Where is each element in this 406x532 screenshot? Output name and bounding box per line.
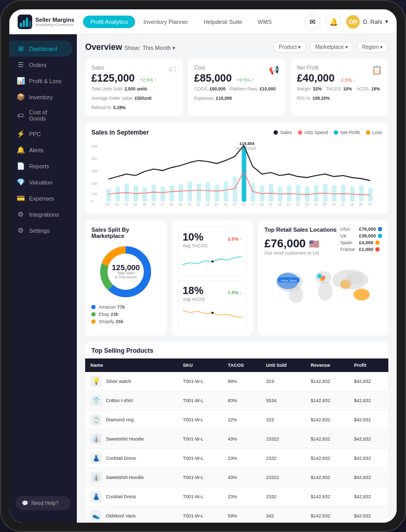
legend-dot-ads xyxy=(298,130,302,135)
svg-text:10K: 10K xyxy=(91,192,98,196)
cost-cogs: COGS: £60,000 xyxy=(194,86,226,91)
notification-button[interactable]: 🔔 xyxy=(326,14,341,30)
tablet-screen: Seller Margins Simplifying eCommerce Pro… xyxy=(9,9,397,523)
table-row: 👗 Cocktail Dress T001-W-L 23% 2332 $142,… xyxy=(85,449,388,468)
svg-rect-35 xyxy=(323,183,328,202)
sidebar-item-cost-of-goods[interactable]: 🏷 Cost of Goods xyxy=(9,105,73,126)
cell-sku: T001-W-L xyxy=(178,507,223,523)
col-revenue: Revenue xyxy=(306,358,349,372)
tab-wms[interactable]: WMS xyxy=(250,16,279,28)
cell-revenue: $142,832 xyxy=(306,372,349,391)
cell-tacos: 89% xyxy=(223,372,261,391)
chart-title: Sales in September xyxy=(91,129,149,136)
donut-legend: Amazon 77k Ebay 23k Shopify 25k xyxy=(91,304,160,324)
svg-text:20: 20 xyxy=(278,203,281,206)
profit-value: £40,000 xyxy=(297,73,334,83)
cell-revenue: $142,832 xyxy=(306,410,349,430)
product-name: Diamond ring xyxy=(106,417,134,422)
sidebar-label-expenses: Expenses xyxy=(29,195,54,202)
legend-dot-loss xyxy=(366,130,370,135)
svg-rect-3 xyxy=(26,18,28,27)
region-filter[interactable]: Region ▾ xyxy=(357,42,388,52)
acos-label: Avg ACOS xyxy=(183,297,242,302)
col-sku: SKU xyxy=(178,358,223,372)
sidebar-label-alerts: Alerts xyxy=(29,147,44,153)
cell-sku: T001-W-L xyxy=(178,391,223,410)
donut-label: Total SalesIn This Month xyxy=(112,271,140,280)
location-value-spain: £4,000 xyxy=(359,240,373,245)
tab-profit-analytics[interactable]: Profit Analytics xyxy=(83,16,135,28)
period-selector[interactable]: This Month ▾ xyxy=(143,45,175,51)
sidebar-item-alerts[interactable]: 🔔 Alerts xyxy=(9,142,73,158)
filter-chips: Product ▾ Marketplace ▾ Region ▾ xyxy=(273,42,388,52)
sidebar-item-reports[interactable]: 📄 Reports xyxy=(9,158,73,174)
sidebar-item-expenses[interactable]: 💳 Expenses xyxy=(9,190,73,206)
tacos-label: Avg TACOS xyxy=(183,243,242,248)
table-row: 💡 Silver watch T001-W-L 89% 323 $142,832… xyxy=(85,372,388,391)
map-value: £76,000 xyxy=(264,237,306,250)
legend-dot-sales xyxy=(274,130,278,135)
cell-name: 👗 Cocktail Dress xyxy=(85,487,178,507)
tacos-sparkline xyxy=(183,250,242,271)
col-tacos: TACOS xyxy=(223,358,261,372)
help-label: Need Help? xyxy=(31,500,59,506)
product-filter[interactable]: Product ▾ xyxy=(273,42,306,52)
product-icon: 👗 xyxy=(90,491,102,502)
svg-point-78 xyxy=(211,260,213,262)
sidebar-label-cost: Cost of Goods xyxy=(29,109,65,122)
legend-label-sales: Sales xyxy=(280,130,292,135)
cost-platform: Platform Fees: £10,000 xyxy=(230,86,276,91)
map-locations: USA £76,000 UK £39,000 xyxy=(340,227,382,252)
cell-units: 23322 xyxy=(261,468,305,487)
chevron-down-icon: ▾ xyxy=(385,18,388,25)
product-icon: 👔 xyxy=(90,472,102,483)
profit-margin: Margin: 32% xyxy=(297,86,322,91)
product-icon: 👟 xyxy=(90,510,102,522)
sales-chart-svg: 50K 40k 30K 20K 10K 0 xyxy=(91,140,382,208)
help-button[interactable]: 💬 Need Help? xyxy=(16,496,71,510)
map-panel: Top Retail Sales Locations £76,000 🇺🇸 Ou… xyxy=(258,220,388,336)
sidebar-item-dashboard[interactable]: ⊞ Dashboard xyxy=(9,41,73,57)
svg-rect-15 xyxy=(142,188,147,202)
sidebar-item-inventory[interactable]: 📦 Inventory xyxy=(9,89,73,105)
cell-units: 5534 xyxy=(261,391,305,410)
map-sub: Our most customers in US xyxy=(264,250,336,256)
sidebar-item-settings[interactable]: ⚙ Settings xyxy=(9,222,73,238)
cell-units: 2332 xyxy=(261,487,305,507)
cell-profit: $42,832 xyxy=(349,410,388,430)
tab-inventory-planner[interactable]: Inventory Planner xyxy=(136,16,195,28)
sidebar-label-integrations: Integrations xyxy=(29,211,59,218)
svg-text:02: 02 xyxy=(115,203,119,206)
sidebar-item-profit-loss[interactable]: 📊 Profit & Loss xyxy=(9,73,73,89)
profit-change: -1.5% ↓ xyxy=(340,77,356,83)
dashboard-icon: ⊞ xyxy=(17,45,25,52)
sidebar-item-integrations[interactable]: ⚙ Integrations xyxy=(9,206,73,222)
svg-text:27: 27 xyxy=(341,203,345,206)
cell-revenue: $142,832 xyxy=(306,507,349,523)
sidebar-item-valuation[interactable]: 💎 Valuation xyxy=(9,174,73,190)
tab-helpdesk-suite[interactable]: Helpdesk Suite xyxy=(196,16,249,28)
cell-profit: $42,832 xyxy=(349,430,388,449)
marketplace-filter[interactable]: Marketplace ▾ xyxy=(309,42,353,52)
svg-text:11: 11 xyxy=(197,203,200,206)
svg-point-85 xyxy=(354,289,370,301)
svg-rect-22 xyxy=(206,182,210,202)
sidebar-item-orders[interactable]: ☰ Orders xyxy=(9,57,73,73)
table-title: Top Selling Products xyxy=(85,342,388,358)
cell-revenue: $142,832 xyxy=(306,487,349,507)
product-name: Sweetshirt Hoodie xyxy=(106,475,144,480)
mail-button[interactable]: ✉ xyxy=(305,14,320,30)
legend-ads: ADs Spend xyxy=(298,130,328,135)
table-row: 👗 Cocktail Dress T001-W-L 23% 2332 $142,… xyxy=(85,487,388,507)
cell-profit: $42,832 xyxy=(349,487,388,507)
cell-profit: $42,832 xyxy=(349,372,388,391)
world-map-svg: United States xyxy=(264,261,382,308)
user-menu[interactable]: DR D. Rahi ▾ xyxy=(346,15,388,29)
location-dot-spain xyxy=(375,241,380,245)
product-name: Cotton t-shirt xyxy=(106,398,133,403)
svg-text:01: 01 xyxy=(106,203,110,206)
inventory-icon: 📦 xyxy=(17,93,25,101)
legend-amazon: Amazon 77k xyxy=(91,304,160,310)
product-name: Cocktail Dress xyxy=(106,456,136,461)
sidebar-item-ppc[interactable]: ⚡ PPC xyxy=(9,126,73,142)
